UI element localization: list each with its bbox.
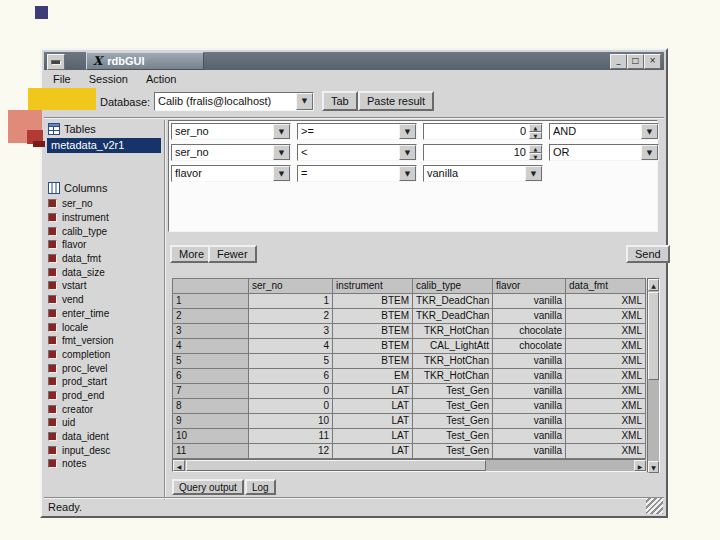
- column-toggle-flavor[interactable]: flavor: [48, 238, 162, 252]
- column-name: completion: [62, 349, 110, 360]
- query-conjunction-combo[interactable]: OR▼: [549, 144, 659, 161]
- database-combobox[interactable]: Calib (fralis@localhost) ▼: [154, 92, 314, 111]
- results-cell: XML: [566, 444, 646, 459]
- title-tab[interactable]: X rdbGUI: [86, 52, 204, 70]
- column-toggle-data_ident[interactable]: data_ident: [48, 430, 162, 444]
- results-cell: LAT: [333, 384, 413, 399]
- column-toggle-input_desc[interactable]: input_desc: [48, 443, 162, 457]
- column-toggle-data_fmt[interactable]: data_fmt: [48, 252, 162, 266]
- menu-file[interactable]: File: [44, 72, 80, 86]
- column-toggle-uid[interactable]: uid: [48, 416, 162, 430]
- spinner-up-icon[interactable]: ▲: [529, 145, 542, 153]
- column-toggle-prod_end[interactable]: prod_end: [48, 389, 162, 403]
- vertical-scrollbar-thumb[interactable]: [648, 292, 659, 380]
- results-cell: XML: [566, 369, 646, 384]
- query-row-2: ser_no▼<▼10▲▼OR▼: [171, 144, 659, 161]
- column-toggle-locale[interactable]: locale: [48, 320, 162, 334]
- scroll-up-button[interactable]: ▲: [648, 279, 659, 291]
- vertical-scrollbar[interactable]: ▲ ▼: [647, 278, 660, 473]
- scroll-right-button[interactable]: ▶: [634, 460, 646, 471]
- dropdown-arrow-icon[interactable]: ▼: [641, 124, 658, 139]
- scroll-left-button[interactable]: ◀: [173, 460, 185, 471]
- column-toggle-instrument[interactable]: instrument: [48, 211, 162, 225]
- spinner-down-icon[interactable]: ▼: [529, 153, 542, 161]
- columns-label: Columns: [64, 182, 107, 194]
- close-button[interactable]: ×: [644, 54, 661, 69]
- column-name: fmt_version: [62, 335, 114, 346]
- dropdown-arrow-icon[interactable]: ▼: [273, 145, 290, 160]
- column-name: prod_end: [62, 390, 104, 401]
- results-cell: vanilla: [493, 294, 566, 309]
- results-cell: EM: [333, 369, 413, 384]
- horizontal-scrollbar-thumb[interactable]: [186, 460, 486, 471]
- query-operator-combo[interactable]: <▼: [297, 144, 417, 161]
- results-cell: vanilla: [493, 399, 566, 414]
- query-conjunction-combo[interactable]: AND▼: [549, 123, 659, 140]
- fewer-button[interactable]: Fewer: [208, 245, 257, 263]
- results-cell: XML: [566, 339, 646, 354]
- minimize-button[interactable]: _: [610, 54, 627, 69]
- query-operator-combo[interactable]: =▼: [297, 165, 417, 182]
- spinner-down-icon[interactable]: ▼: [529, 132, 542, 140]
- checkbox-checked-icon: [48, 432, 57, 441]
- send-button[interactable]: Send: [626, 245, 670, 263]
- results-cell: 6: [173, 369, 249, 384]
- column-toggle-fmt_version[interactable]: fmt_version: [48, 334, 162, 348]
- column-name: prod_start: [62, 376, 107, 387]
- query-value-spinbox[interactable]: 10▲▼: [423, 144, 543, 161]
- results-cell: Test_Gen: [413, 444, 493, 459]
- horizontal-scrollbar[interactable]: ◀ ▶: [172, 459, 646, 472]
- dropdown-arrow-icon[interactable]: ▼: [296, 93, 313, 110]
- dropdown-arrow-icon[interactable]: ▼: [641, 145, 658, 160]
- dropdown-arrow-icon[interactable]: ▼: [273, 166, 290, 181]
- query-operator-combo[interactable]: >=▼: [297, 123, 417, 140]
- column-toggle-completion[interactable]: completion: [48, 348, 162, 362]
- dropdown-arrow-icon[interactable]: ▼: [399, 145, 416, 160]
- tables-listbox[interactable]: metadata_v2r1: [47, 138, 161, 180]
- column-toggle-proc_level[interactable]: proc_level: [48, 361, 162, 375]
- statusbar-separator: [44, 497, 664, 499]
- scroll-down-button[interactable]: ▼: [648, 461, 659, 473]
- column-toggle-vstart[interactable]: vstart: [48, 279, 162, 293]
- menu-action[interactable]: Action: [137, 72, 186, 86]
- column-toggle-creator[interactable]: creator: [48, 402, 162, 416]
- dropdown-arrow-icon[interactable]: ▼: [525, 166, 542, 181]
- results-cell: vanilla: [493, 384, 566, 399]
- results-row: 66EMTKR_HotChanvanillaXML: [173, 369, 646, 384]
- results-cell: 12: [249, 444, 333, 459]
- tab-button[interactable]: Tab: [322, 91, 358, 111]
- results-cell: 6: [249, 369, 333, 384]
- dropdown-arrow-icon[interactable]: ▼: [399, 166, 416, 181]
- spinner-buttons[interactable]: ▲▼: [529, 145, 542, 160]
- column-toggle-prod_start[interactable]: prod_start: [48, 375, 162, 389]
- checkbox-checked-icon: [48, 336, 57, 345]
- dropdown-arrow-icon[interactable]: ▼: [273, 124, 290, 139]
- spinner-buttons[interactable]: ▲▼: [529, 124, 542, 139]
- resize-grip[interactable]: [646, 498, 663, 514]
- query-field-combo[interactable]: flavor▼: [171, 165, 291, 182]
- menu-session[interactable]: Session: [80, 72, 137, 86]
- column-toggle-ser_no[interactable]: ser_no: [48, 197, 162, 211]
- results-cell: Test_Gen: [413, 429, 493, 444]
- maximize-button[interactable]: □: [627, 54, 644, 69]
- query-output-tab[interactable]: Query output: [172, 479, 244, 495]
- spinner-up-icon[interactable]: ▲: [529, 124, 542, 132]
- column-toggle-data_size[interactable]: data_size: [48, 265, 162, 279]
- column-toggle-notes[interactable]: notes: [48, 457, 162, 471]
- query-value-combo[interactable]: vanilla▼: [423, 165, 543, 182]
- column-toggle-vend[interactable]: vend: [48, 293, 162, 307]
- query-row-1: ser_no▼>=▼0▲▼AND▼: [171, 123, 659, 140]
- query-field-combo[interactable]: ser_no▼: [171, 123, 291, 140]
- window-menu-button[interactable]: [47, 54, 65, 70]
- column-toggle-enter_time[interactable]: enter_time: [48, 307, 162, 321]
- column-toggle-calib_type[interactable]: calib_type: [48, 224, 162, 238]
- dropdown-arrow-icon[interactable]: ▼: [399, 124, 416, 139]
- column-name: instrument: [62, 212, 109, 223]
- query-value-spinbox[interactable]: 0▲▼: [423, 123, 543, 140]
- log-tab[interactable]: Log: [245, 479, 276, 495]
- query-operator-combo-value: =: [298, 166, 399, 181]
- selected-table-item[interactable]: metadata_v2r1: [47, 138, 161, 153]
- query-field-combo[interactable]: ser_no▼: [171, 144, 291, 161]
- paste-result-button[interactable]: Paste result: [358, 91, 434, 111]
- more-button[interactable]: More: [170, 245, 213, 263]
